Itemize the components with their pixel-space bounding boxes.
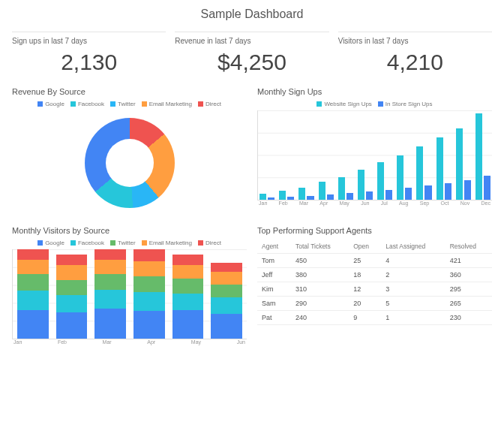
segment-email-marketing — [134, 261, 165, 276]
bar-instore — [405, 188, 412, 200]
kpi-signups: Sign ups in last 7 days 2,130 — [12, 32, 166, 75]
segment-direct — [94, 249, 126, 260]
x-tick: Jun — [237, 339, 245, 345]
bar-website — [298, 188, 305, 200]
x-tick: Jan — [14, 339, 22, 345]
table-row: Tom450254421 — [257, 254, 492, 268]
x-tick: Apr — [320, 200, 328, 206]
segment-facebook — [17, 291, 49, 310]
legend-facebook: Facebook — [70, 101, 104, 107]
top-agents-card: Top Performing Support Agents AgentTotal… — [257, 226, 492, 345]
legend-email: Email Marketing — [142, 101, 192, 107]
segment-facebook — [134, 292, 165, 311]
segment-direct — [56, 255, 88, 265]
segment-google — [134, 311, 165, 339]
stacked-bar — [94, 249, 126, 339]
legend-v-google: Google — [38, 240, 64, 246]
x-tick: Feb — [279, 200, 288, 206]
table-cell: 2 — [381, 268, 445, 282]
legend-website-signups: Website Sign Ups — [316, 101, 371, 107]
segment-twitter — [211, 285, 242, 298]
legend-v-email: Email Marketing — [142, 240, 192, 246]
table-cell: 230 — [446, 311, 492, 325]
legend-instore-signups: In Store Sign Ups — [378, 101, 433, 107]
stacked-bar — [172, 252, 204, 339]
legend-twitter: Twitter — [110, 101, 136, 107]
table-cell: Jeff — [257, 268, 291, 282]
x-tick: Jan — [259, 200, 267, 206]
table-cell: Pat — [257, 311, 291, 325]
legend-v-facebook: Facebook — [70, 240, 104, 246]
kpi-revenue: Revenue in last 7 days $4,250 — [175, 32, 328, 75]
kpi-visitors-value: 4,210 — [338, 50, 492, 75]
page-title: Sample Dashboard — [12, 8, 492, 21]
x-tick: Mar — [103, 339, 112, 345]
bar-website — [456, 128, 463, 200]
bar-instore — [424, 185, 431, 200]
table-cell: 25 — [349, 254, 381, 268]
table-cell: 265 — [446, 297, 492, 311]
segment-facebook — [211, 297, 242, 314]
bar-website — [319, 182, 326, 200]
table-cell: 20 — [349, 297, 381, 311]
segment-direct — [134, 249, 165, 261]
monthly-visitors-bar-chart — [12, 249, 247, 339]
bar-website — [397, 155, 404, 200]
segment-direct — [17, 249, 49, 260]
x-tick: Sep — [420, 200, 429, 206]
table-cell: 290 — [291, 297, 349, 311]
stacked-bar — [56, 252, 88, 339]
x-tick: Apr — [147, 339, 155, 345]
x-tick: Nov — [460, 200, 470, 206]
legend-google: Google — [38, 101, 64, 107]
x-tick: May — [191, 339, 201, 345]
segment-twitter — [94, 274, 126, 289]
kpi-revenue-value: $4,250 — [175, 50, 328, 75]
bar-instore — [386, 190, 392, 200]
table-row: Jeff380182360 — [257, 268, 492, 282]
table-cell: 421 — [446, 254, 492, 268]
table-cell: 9 — [349, 311, 381, 325]
bar-website — [260, 194, 266, 200]
legend-v-twitter: Twitter — [110, 240, 136, 246]
table-header-cell: Total Tickets — [291, 240, 349, 254]
bar-group — [456, 110, 471, 200]
bar-group — [260, 110, 274, 200]
monthly-visitors-card: Monthly Visitors by Source Google Facebo… — [12, 226, 247, 345]
segment-direct — [211, 263, 242, 272]
bar-group — [416, 110, 431, 200]
bar-website — [377, 162, 384, 200]
segment-google — [94, 309, 126, 339]
bar-website — [476, 113, 482, 200]
bar-website — [436, 137, 443, 200]
stacked-bar — [17, 249, 49, 339]
x-tick: Feb — [58, 339, 67, 345]
bar-group — [319, 110, 334, 200]
segment-facebook — [56, 295, 88, 312]
monthly-signups-x-axis: JanFebMarAprMayJunJulAugSepOctNovDec — [257, 200, 492, 206]
segment-facebook — [94, 290, 126, 309]
bar-instore — [484, 176, 490, 200]
monthly-visitors-title: Monthly Visitors by Source — [12, 226, 247, 235]
table-row: Pat24091230 — [257, 311, 492, 325]
bar-instore — [327, 194, 334, 200]
segment-twitter — [17, 274, 49, 290]
table-cell: 360 — [446, 268, 492, 282]
table-cell: Kim — [257, 282, 291, 297]
monthly-visitors-x-axis: JanFebMarAprMayJun — [12, 339, 247, 345]
kpi-visitors: Visitors in last 7 days 4,210 — [338, 32, 492, 75]
bar-instore — [445, 183, 452, 200]
bar-group — [298, 110, 314, 200]
x-tick: Oct — [441, 200, 449, 206]
segment-twitter — [172, 279, 204, 294]
legend-direct: Direct — [198, 101, 221, 107]
stacked-bar — [134, 249, 165, 339]
revenue-by-source-legend: Google Facebook Twitter Email Marketing … — [12, 101, 247, 107]
table-cell: Tom — [257, 254, 291, 268]
kpi-signups-value: 2,130 — [12, 50, 166, 75]
revenue-by-source-card: Revenue By Source Google Facebook Twitte… — [12, 87, 247, 215]
table-header-cell: Last Assigned — [381, 240, 445, 254]
bar-website — [416, 146, 423, 200]
table-cell: 4 — [381, 254, 445, 268]
bar-instore — [268, 197, 274, 200]
